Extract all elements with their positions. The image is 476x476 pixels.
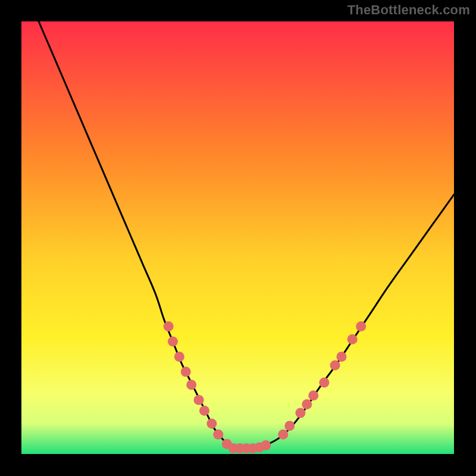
data-point [186,380,196,390]
data-point [302,399,312,409]
plot-background [21,21,454,454]
data-point [168,336,178,346]
data-point [206,419,217,429]
data-point [319,378,329,388]
data-point [194,395,204,405]
data-point [261,440,271,450]
data-point [284,421,295,431]
data-point [199,406,209,416]
data-point [181,367,191,377]
data-point [356,321,366,331]
data-point [336,352,346,362]
chart-stage: TheBottleneck.com [0,0,476,476]
data-point [330,360,340,370]
data-point [295,408,305,418]
data-point [308,390,318,400]
watermark-text: TheBottleneck.com [347,2,470,18]
data-point [174,352,184,362]
data-point [213,430,223,440]
data-point [347,334,358,345]
data-point [278,430,288,440]
data-point [164,321,174,331]
chart-svg [0,0,476,476]
